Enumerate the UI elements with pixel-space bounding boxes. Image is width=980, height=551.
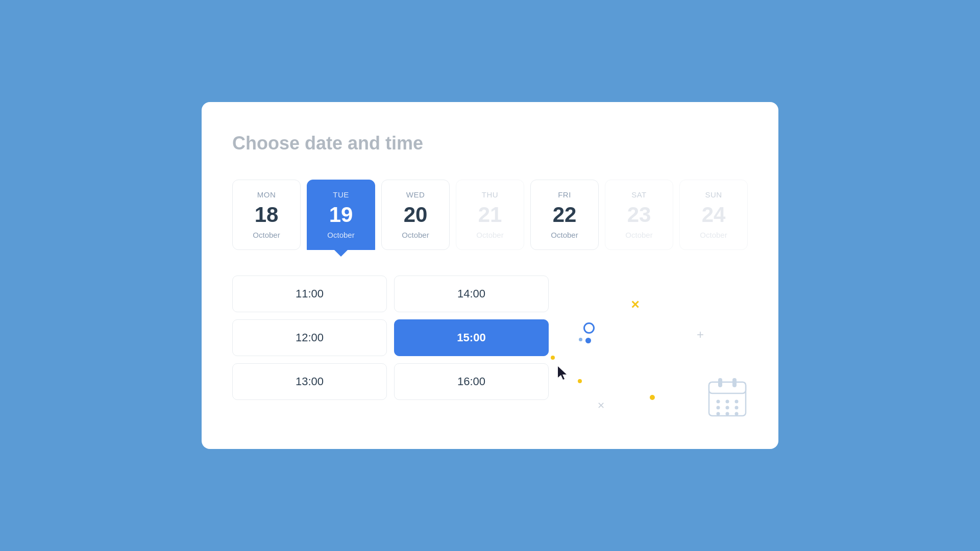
date-item-wed-20[interactable]: WED 20 October bbox=[381, 180, 450, 250]
date-item-sun-24: SUN 24 October bbox=[679, 180, 748, 250]
svg-point-10 bbox=[735, 406, 739, 410]
month-name: October bbox=[387, 231, 444, 239]
day-name: MON bbox=[238, 190, 295, 199]
month-name: October bbox=[536, 231, 593, 239]
day-name: SUN bbox=[685, 190, 742, 199]
svg-point-12 bbox=[726, 412, 729, 416]
deco-dot-yellow-2 bbox=[578, 379, 582, 383]
svg-rect-4 bbox=[732, 378, 737, 387]
date-time-picker-card: Choose date and time MON 18 October TUE … bbox=[202, 102, 778, 449]
deco-plus-icon: + bbox=[697, 328, 704, 342]
date-picker-row: MON 18 October TUE 19 October WED 20 Oct… bbox=[232, 180, 748, 250]
svg-rect-2 bbox=[709, 382, 746, 393]
deco-circle-blue bbox=[583, 322, 595, 334]
date-item-tue-19[interactable]: TUE 19 October bbox=[307, 180, 375, 250]
cursor-pointer bbox=[558, 366, 570, 382]
svg-rect-3 bbox=[718, 378, 722, 387]
day-number: 18 bbox=[238, 204, 295, 226]
day-number: 19 bbox=[312, 204, 370, 226]
time-slot-1200[interactable]: 12:00 bbox=[232, 319, 387, 356]
svg-rect-1 bbox=[709, 382, 746, 416]
svg-marker-0 bbox=[558, 366, 567, 380]
date-item-fri-22[interactable]: FRI 22 October bbox=[530, 180, 599, 250]
month-name: October bbox=[610, 231, 668, 239]
day-name: SAT bbox=[610, 190, 668, 199]
deco-x-yellow: ✕ bbox=[630, 298, 640, 312]
day-number: 23 bbox=[610, 204, 668, 226]
day-name: THU bbox=[461, 190, 519, 199]
deco-dot-large-blue bbox=[585, 338, 591, 343]
svg-point-7 bbox=[735, 400, 739, 404]
month-name: October bbox=[461, 231, 519, 239]
deco-x-gray: ✕ bbox=[597, 400, 605, 411]
calendar-icon bbox=[707, 375, 748, 418]
day-name: FRI bbox=[536, 190, 593, 199]
deco-dot-small-blue bbox=[579, 338, 582, 341]
time-slot-1100[interactable]: 11:00 bbox=[232, 276, 387, 312]
day-number: 20 bbox=[387, 204, 444, 226]
date-item-sat-23: SAT 23 October bbox=[605, 180, 673, 250]
time-slots-grid: 11:00 14:00 12:00 15:00 13:00 16:00 bbox=[232, 276, 549, 400]
time-slot-1600[interactable]: 16:00 bbox=[394, 363, 549, 400]
date-item-mon-18[interactable]: MON 18 October bbox=[232, 180, 301, 250]
date-item-thu-21: THU 21 October bbox=[456, 180, 524, 250]
month-name: October bbox=[238, 231, 295, 239]
svg-point-11 bbox=[717, 412, 720, 416]
time-slot-1400[interactable]: 14:00 bbox=[394, 276, 549, 312]
svg-point-6 bbox=[726, 400, 729, 404]
svg-point-13 bbox=[735, 412, 739, 416]
deco-dot-yellow-1 bbox=[551, 356, 555, 360]
svg-point-5 bbox=[717, 400, 720, 404]
month-name: October bbox=[685, 231, 742, 239]
day-name: WED bbox=[387, 190, 444, 199]
time-slot-1500[interactable]: 15:00 bbox=[394, 319, 549, 356]
day-number: 21 bbox=[461, 204, 519, 226]
time-slot-1300[interactable]: 13:00 bbox=[232, 363, 387, 400]
day-number: 22 bbox=[536, 204, 593, 226]
svg-point-9 bbox=[726, 406, 729, 410]
svg-point-8 bbox=[717, 406, 720, 410]
deco-dot-yellow-3 bbox=[650, 395, 655, 400]
month-name: October bbox=[312, 231, 370, 239]
day-name: TUE bbox=[312, 190, 370, 199]
page-title: Choose date and time bbox=[232, 133, 748, 154]
day-number: 24 bbox=[685, 204, 742, 226]
